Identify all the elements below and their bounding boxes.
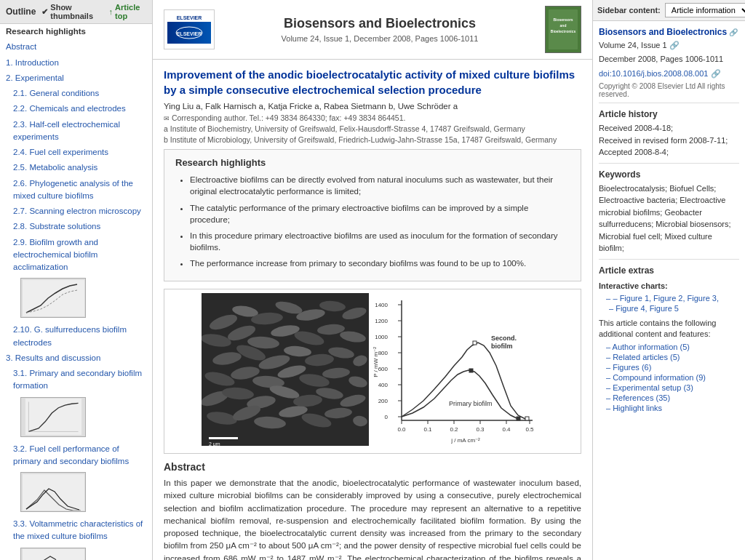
thumbnail-primary-secondary bbox=[20, 397, 86, 437]
svg-text:biofilm: biofilm bbox=[491, 343, 513, 350]
outline-item-substrate[interactable]: 2.8. Substrate solutions bbox=[0, 219, 152, 234]
sidebar-dropdown[interactable]: Article information Related articles Fig… bbox=[665, 3, 745, 17]
journal-cover: Biosensors and Bioelectronics bbox=[545, 6, 581, 53]
svg-text:600: 600 bbox=[378, 366, 389, 372]
outline-item-fuelcell[interactable]: 2.4. Fuel cell experiments bbox=[0, 145, 152, 160]
svg-text:0.2: 0.2 bbox=[450, 426, 458, 433]
highlight-item-0: Electroactive biofilms can be directly e… bbox=[190, 174, 570, 197]
journal-info: Biosensors and Bioelectronics Volume 24,… bbox=[215, 16, 545, 43]
svg-rect-96 bbox=[517, 417, 520, 420]
svg-text:1400: 1400 bbox=[375, 302, 388, 308]
svg-text:and: and bbox=[560, 23, 567, 28]
svg-text:1000: 1000 bbox=[375, 334, 388, 340]
chart-links-1[interactable]: – Figure 4, Figure 5 bbox=[609, 304, 679, 313]
svg-text:0.4: 0.4 bbox=[502, 426, 511, 433]
svg-text:400: 400 bbox=[378, 382, 389, 388]
outline-item-halfcell[interactable]: 2.3. Half-cell electrochemical experimen… bbox=[0, 117, 152, 145]
toggle-thumbnails[interactable]: ✔ Show thumbnails bbox=[41, 3, 103, 20]
outline-item-results[interactable]: 3. Results and discussion bbox=[0, 351, 152, 366]
highlights-list: Electroactive biofilms can be directly e… bbox=[175, 174, 570, 269]
article-top-link[interactable]: ↑ Article top bbox=[109, 3, 146, 20]
authors-text: Ying Liu a, Falk Harnisch a, Katja Frick… bbox=[164, 102, 458, 111]
sidebar-content-header: Sidebar content: Article information Rel… bbox=[593, 0, 745, 21]
abstract-section: Abstract In this paper we demonstrate th… bbox=[164, 461, 581, 560]
chart-links-0[interactable]: – Figure 1, Figure 2, Figure 3, bbox=[613, 294, 719, 303]
thumbnail-fuelcell-perf bbox=[20, 472, 86, 512]
divider-3 bbox=[599, 259, 739, 260]
left-sidebar: Outline ✔ Show thumbnails ↑ Article top … bbox=[0, 0, 153, 560]
svg-text:Biosensors: Biosensors bbox=[553, 17, 573, 22]
outline-item-primary-secondary[interactable]: 3.1. Primary and secondary biofilm forma… bbox=[0, 366, 152, 394]
svg-text:800: 800 bbox=[378, 350, 389, 356]
outline-item-fuelcell-perf[interactable]: 3.2. Fuel cell performance of primary an… bbox=[0, 441, 152, 470]
feature-link-5[interactable]: – References (35) bbox=[599, 393, 739, 402]
sidebar-info-content: Biosensors and Bioelectronics 🔗 Volume 2… bbox=[593, 21, 745, 420]
contact-text: Corresponding author. Tel.: +49 3834 864… bbox=[172, 113, 405, 122]
abstract-title: Abstract bbox=[164, 461, 581, 473]
doi-icon: 🔗 bbox=[711, 69, 721, 78]
svg-text:1200: 1200 bbox=[375, 318, 388, 324]
feature-link-2[interactable]: – Figures (6) bbox=[599, 363, 739, 372]
svg-rect-60 bbox=[372, 293, 543, 446]
authors: Ying Liu a, Falk Harnisch a, Katja Frick… bbox=[164, 102, 581, 111]
outline-item-experimental[interactable]: 2. Experimental bbox=[0, 71, 152, 86]
article-history-label: Article history bbox=[599, 109, 739, 119]
outline-item-biofilm-growth[interactable]: 2.9. Biofilm growth and electrochemical … bbox=[0, 235, 152, 276]
highlight-item-1: The catalytic performance of the primary… bbox=[190, 202, 570, 225]
svg-rect-0 bbox=[23, 280, 84, 316]
outline-item-general-conditions[interactable]: 2.1. General conditions bbox=[0, 86, 152, 101]
outline-item-introduction[interactable]: 1. Introduction bbox=[0, 55, 152, 71]
chart-links-line2: – Figure 4, Figure 5 bbox=[599, 303, 739, 313]
thumbnail-voltammetric-1 bbox=[20, 548, 86, 561]
highlight-item-2: In this procedure primary electroactive … bbox=[190, 230, 570, 253]
revised-text: Received in revised form 2008-7-11; bbox=[599, 135, 739, 147]
article-extras-label: Article extras bbox=[599, 265, 739, 276]
svg-rect-58 bbox=[209, 437, 238, 439]
feature-link-0[interactable]: – Author information (5) bbox=[599, 343, 739, 351]
affiliation-a: a Institute of Biochemistry, University … bbox=[164, 124, 581, 135]
affiliations: a Institute of Biochemistry, University … bbox=[164, 124, 581, 145]
elsevier-logo: ELSEVIER ELSEVIER bbox=[164, 9, 215, 49]
divider-2 bbox=[599, 163, 739, 164]
outline-item-chemicals[interactable]: 2.2. Chemicals and electrodes bbox=[0, 101, 152, 116]
ext-link-icon: 🔗 bbox=[729, 28, 738, 36]
thumbnail-biofilm-acclimatization bbox=[20, 278, 86, 318]
feature-link-1[interactable]: – Related articles (5) bbox=[599, 353, 739, 361]
outline-item-metabolic[interactable]: 2.5. Metabolic analysis bbox=[0, 160, 152, 175]
outline-item-phylogenetic[interactable]: 2.6. Phylogenetic analysis of the mixed … bbox=[0, 176, 152, 204]
sidebar-volume-detail: Volume 24, Issue 1 🔗 bbox=[599, 40, 739, 51]
sidebar-pages: December 2008, Pages 1006-1011 bbox=[599, 54, 739, 65]
outline-item-abstract[interactable]: Abstract bbox=[0, 39, 152, 55]
svg-text:0.5: 0.5 bbox=[525, 426, 534, 433]
svg-text:200: 200 bbox=[378, 398, 389, 404]
svg-rect-93 bbox=[473, 341, 477, 345]
contact-info: ✉ Corresponding author. Tel.: +49 3834 8… bbox=[164, 113, 581, 122]
volume-info: Volume 24, Issue 1, December 2008, Pages… bbox=[222, 34, 538, 43]
outline-item-gsulfur[interactable]: 2.10. G. sulfurreducens biofilm electrod… bbox=[0, 322, 152, 351]
sidebar-copyright: Copyright © 2008 Elsevier Ltd All rights… bbox=[599, 82, 739, 98]
sidebar-journal-name: Biosensors and Bioelectronics 🔗 bbox=[599, 27, 739, 37]
outline-item-research-highlights[interactable]: Research highlights bbox=[0, 24, 152, 39]
svg-text:Second.: Second. bbox=[491, 335, 517, 342]
svg-text:Primary biofilm: Primary biofilm bbox=[449, 400, 493, 407]
svg-text:j / mA cm⁻²: j / mA cm⁻² bbox=[450, 437, 480, 444]
right-sidebar: Sidebar content: Article information Rel… bbox=[592, 0, 745, 560]
sidebar-doi: doi:10.1016/j.bios.2008.08.001 🔗 bbox=[599, 68, 739, 79]
outline-item-voltammetric[interactable]: 3.3. Voltammetric characteristics of the… bbox=[0, 516, 152, 545]
article-body: Improvement of the anodic bioelectrocata… bbox=[153, 60, 592, 560]
svg-text:2 μm: 2 μm bbox=[209, 441, 220, 447]
outline-item-sem[interactable]: 2.7. Scanning electron microscopy bbox=[0, 204, 152, 219]
figure-box: 2 μm 0 200 400 600 800 1000 bbox=[164, 289, 581, 454]
journal-title: Biosensors and Bioelectronics bbox=[222, 16, 538, 31]
accepted-text: Accepted 2008-8-4; bbox=[599, 146, 739, 159]
feature-link-4[interactable]: – Experimental setup (3) bbox=[599, 383, 739, 392]
volume-ext-link: 🔗 bbox=[669, 41, 680, 49]
sidebar-extras: Interactive charts: – – Figure 1, Figure… bbox=[599, 281, 739, 413]
research-highlights-box: Research highlights Electroactive biofil… bbox=[164, 149, 581, 281]
feature-link-3[interactable]: – Compound information (9) bbox=[599, 373, 739, 382]
svg-rect-95 bbox=[469, 369, 473, 372]
feature-link-6[interactable]: – Highlight links bbox=[599, 404, 739, 412]
svg-text:0.0: 0.0 bbox=[397, 426, 406, 433]
article-top-label: Article top bbox=[115, 3, 146, 20]
show-thumbnails-label: Show thumbnails bbox=[50, 3, 103, 20]
